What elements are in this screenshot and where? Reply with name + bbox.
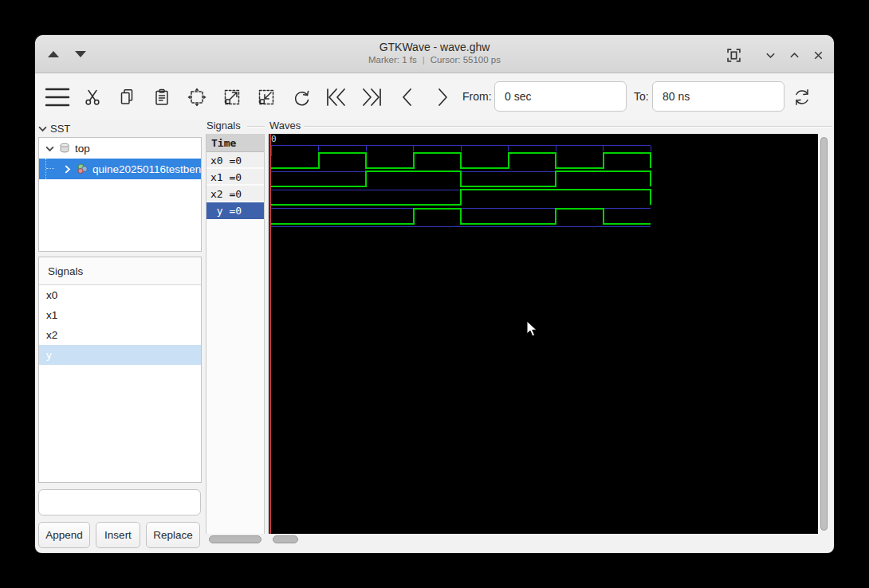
gtkwave-window: GTKWave - wave.ghw Marker: 1 fs|Cursor: … (35, 35, 834, 553)
close-button[interactable] (808, 46, 828, 64)
expander-down-icon[interactable] (45, 143, 55, 153)
expander-right-icon[interactable] (63, 164, 73, 174)
status-subtitle: Marker: 1 fs|Cursor: 55100 ps (35, 54, 834, 66)
tree-item-top[interactable]: top (39, 138, 201, 159)
list-item-x2[interactable]: x2 (39, 325, 201, 345)
cut-button[interactable] (77, 82, 108, 112)
signals-hscrollbar-thumb[interactable] (209, 535, 261, 543)
skip-end-icon (360, 87, 383, 108)
paste-button[interactable] (146, 82, 178, 112)
shift-left-button[interactable] (391, 82, 423, 112)
skip-to-start-button[interactable] (320, 82, 352, 112)
close-icon (812, 49, 824, 61)
waves-vscrollbar-thumb[interactable] (820, 137, 828, 531)
zoom-fit-icon (187, 87, 207, 108)
signal-row-x1[interactable]: x1 =0 (206, 169, 264, 186)
sst-signals-list: Signals x0 x1 x2 y (38, 257, 202, 483)
time-header: Time (206, 134, 264, 152)
waveform-canvas[interactable]: 0 (269, 134, 818, 534)
window-title: GTKWave - wave.ghw (35, 40, 834, 54)
to-label: To: (634, 90, 649, 103)
list-item-x1[interactable]: x1 (39, 305, 201, 325)
to-input[interactable] (652, 81, 784, 112)
undo-button[interactable] (285, 82, 317, 112)
database-cylinder-icon (59, 143, 71, 154)
from-label: From: (462, 90, 492, 103)
tree-item-label: quine20250116testbench (92, 163, 201, 175)
sst-tree: top quine20250116testbench (38, 137, 202, 252)
copy-icon (117, 88, 136, 107)
zoom-fit-button[interactable] (181, 82, 213, 112)
skip-to-end-button[interactable] (356, 82, 387, 112)
reload-icon (792, 87, 812, 108)
chevron-left-icon (399, 87, 416, 108)
scissors-icon (83, 88, 102, 107)
from-input[interactable] (494, 81, 627, 112)
clipboard-paste-icon (152, 88, 171, 107)
toolbar: From: To: (35, 74, 834, 120)
titlebar[interactable]: GTKWave - wave.ghw Marker: 1 fs|Cursor: … (35, 35, 834, 73)
status-separator: | (423, 55, 425, 65)
maximize-button[interactable] (784, 46, 804, 64)
zoom-out-button[interactable] (250, 82, 282, 112)
zoom-in-button[interactable] (216, 82, 248, 112)
signal-row-y[interactable]: y =0 (206, 202, 264, 219)
sst-section-header[interactable]: SST (38, 121, 70, 135)
skip-start-icon (325, 87, 348, 108)
expander-down-icon (38, 124, 47, 133)
undo-arrow-icon (292, 88, 312, 108)
marker-status: Marker: 1 fs (368, 55, 417, 65)
replace-button[interactable]: Replace (146, 522, 200, 548)
search-input[interactable] (47, 490, 200, 515)
zoom-in-icon (222, 87, 242, 108)
signal-row-x0[interactable]: x0 =0 (206, 152, 264, 169)
mouse-cursor (526, 320, 539, 338)
module-icon (77, 163, 88, 174)
zoom-out-icon (256, 87, 277, 108)
signal-search-box[interactable] (38, 489, 201, 515)
sst-label: SST (50, 123, 70, 135)
restore-window-button[interactable] (724, 46, 743, 64)
signal-row-x2[interactable]: x2 =0 (206, 186, 264, 202)
minimize-button[interactable] (761, 46, 780, 64)
timescale-origin-label: 0 (271, 134, 277, 144)
chevron-down-icon (765, 49, 777, 61)
list-item-y[interactable]: y (39, 345, 201, 365)
waves-frame-label: Waves (269, 120, 301, 132)
signals-frame-label: Signals (206, 120, 241, 132)
tree-item-label: top (75, 143, 90, 155)
signals-list-header: Signals (39, 257, 201, 285)
waves-hscrollbar-thumb[interactable] (273, 535, 298, 543)
signals-name-column: Time x0 =0 x1 =0 x2 =0 y =0 (206, 134, 265, 534)
signals-frame-groove (247, 126, 265, 127)
waves-frame-groove (304, 126, 832, 127)
desktop-background: GTKWave - wave.ghw Marker: 1 fs|Cursor: … (0, 0, 869, 588)
menu-button[interactable] (41, 82, 73, 112)
cursor-status: Cursor: 55100 ps (431, 55, 501, 65)
hamburger-menu-icon (45, 87, 70, 108)
chevron-right-icon (434, 87, 451, 108)
tree-item-testbench[interactable]: quine20250116testbench (39, 159, 201, 179)
waveform-traces (269, 134, 818, 534)
tree-guide-line (45, 159, 57, 179)
shift-right-button[interactable] (427, 82, 458, 112)
reload-button[interactable] (786, 82, 818, 112)
insert-button[interactable]: Insert (96, 522, 140, 548)
copy-button[interactable] (111, 82, 143, 112)
window-restore-icon (727, 49, 741, 62)
append-button[interactable]: Append (38, 522, 90, 548)
chevron-up-icon (788, 49, 800, 61)
list-item-x0[interactable]: x0 (39, 285, 201, 305)
